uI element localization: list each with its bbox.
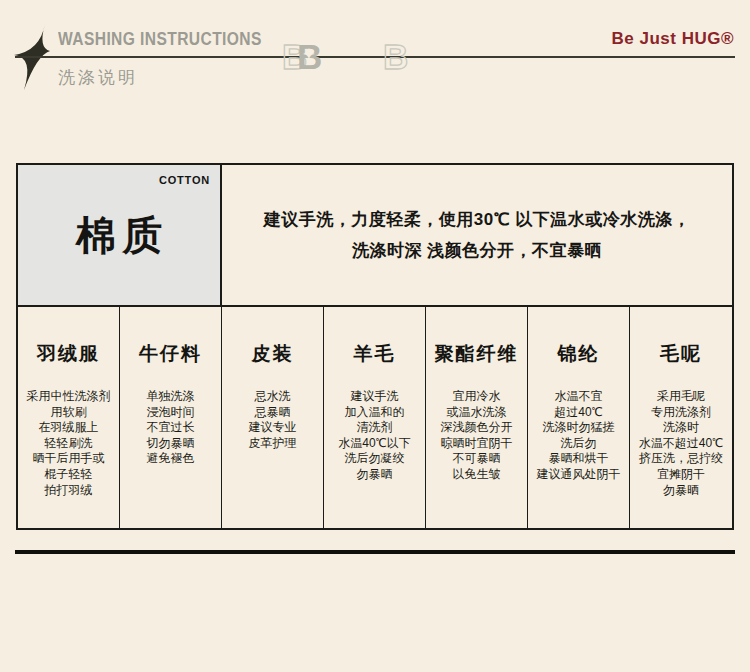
fabric-title: 羽绒服 [18, 341, 119, 367]
care-instructions-table: COTTON 棉质 建议手洗，力度轻柔，使用30℃ 以下温水或冷水洗涤， 洗涤时… [16, 163, 734, 530]
decor-letter-b-outline-2: B [383, 39, 408, 74]
fabric-column-leather: 皮装 忌水洗 忌暴晒 建议专业 皮革护理 [222, 307, 324, 528]
fabric-title: 羊毛 [324, 341, 425, 367]
fabric-title: 皮装 [222, 341, 323, 367]
fabric-care: 建议手洗 加入温和的 清洗剂 水温40℃以下 洗后勿凝绞 勿暴晒 [324, 389, 425, 483]
fabric-title: 锦纶 [528, 341, 629, 367]
brand-logo: Be Just HUG® [612, 29, 734, 49]
fabric-columns-row: 羽绒服 采用中性洗涤剂 用软刷 在羽绒服上 轻轻刷洗 晒干后用手或 棍子轻轻 拍… [18, 307, 732, 528]
fabric-care: 采用中性洗涤剂 用软刷 在羽绒服上 轻轻刷洗 晒干后用手或 棍子轻轻 拍打羽绒 [18, 389, 119, 498]
fabric-column-wool: 羊毛 建议手洗 加入温和的 清洗剂 水温40℃以下 洗后勿凝绞 勿暴晒 [324, 307, 426, 528]
fabric-care: 忌水洗 忌暴晒 建议专业 皮革护理 [222, 389, 323, 451]
cotton-advice-cell: 建议手洗，力度轻柔，使用30℃ 以下温水或冷水洗涤， 洗涤时深 浅颜色分开，不宜… [222, 165, 732, 305]
cotton-advice-text: 建议手洗，力度轻柔，使用30℃ 以下温水或冷水洗涤， 洗涤时深 浅颜色分开，不宜… [264, 204, 690, 267]
fabric-column-denim: 牛仔料 单独洗涤 浸泡时间 不宜过长 切勿暴晒 避免褪色 [120, 307, 222, 528]
fabric-care: 单独洗涤 浸泡时间 不宜过长 切勿暴晒 避免褪色 [120, 389, 221, 467]
fabric-title: 毛呢 [630, 341, 732, 367]
cotton-cell: COTTON 棉质 [18, 165, 222, 305]
fabric-column-woolen-cloth: 毛呢 采用毛呢 专用洗涤剂 洗涤时 水温不超过40℃ 挤压洗，忌拧绞 宜摊阴干 … [630, 307, 732, 528]
fabric-column-polyester: 聚酯纤维 宜用冷水 或温水洗涤 深浅颜色分开 晾晒时宜阴干 不可暴晒 以免生皱 [426, 307, 528, 528]
page-title-zh: 洗涤说明 [58, 66, 138, 89]
cotton-row: COTTON 棉质 建议手洗，力度轻柔，使用30℃ 以下温水或冷水洗涤， 洗涤时… [18, 165, 732, 307]
fabric-column-down-jacket: 羽绒服 采用中性洗涤剂 用软刷 在羽绒服上 轻轻刷洗 晒干后用手或 棍子轻轻 拍… [18, 307, 120, 528]
page-header: WASHING INSTRUCTIONS 洗涤说明 B B ✦ B Be Jus… [0, 0, 750, 110]
bottom-divider-rule [15, 550, 735, 554]
fabric-title: 聚酯纤维 [426, 341, 527, 367]
washing-instructions-page: WASHING INSTRUCTIONS 洗涤说明 B B ✦ B Be Jus… [0, 0, 750, 672]
cotton-label-en: COTTON [159, 174, 210, 186]
fabric-title: 牛仔料 [120, 341, 221, 367]
header-divider-line [15, 56, 735, 58]
cotton-label-zh: 棉质 [70, 208, 168, 263]
fabric-care: 宜用冷水 或温水洗涤 深浅颜色分开 晾晒时宜阴干 不可暴晒 以免生皱 [426, 389, 527, 483]
decor-sparkle-icon: ✦ [303, 47, 315, 61]
fabric-column-nylon: 锦纶 水温不宜 超过40℃ 洗涤时勿猛搓 洗后勿 暴晒和烘干 建议通风处阴干 [528, 307, 630, 528]
page-title-en: WASHING INSTRUCTIONS [58, 28, 262, 50]
fabric-care: 采用毛呢 专用洗涤剂 洗涤时 水温不超过40℃ 挤压洗，忌拧绞 宜摊阴干 勿暴晒 [630, 389, 732, 498]
decor-letter-b-filled: B ✦ [297, 39, 322, 74]
fabric-care: 水温不宜 超过40℃ 洗涤时勿猛搓 洗后勿 暴晒和烘干 建议通风处阴干 [528, 389, 629, 483]
